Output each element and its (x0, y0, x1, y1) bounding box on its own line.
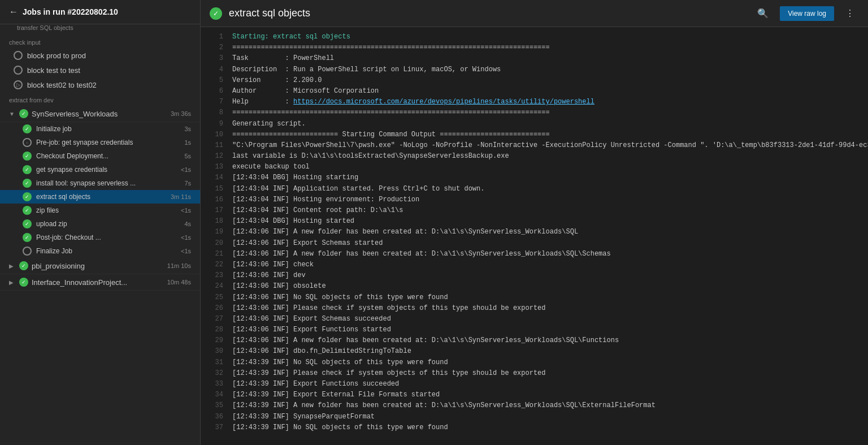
line-text: [12:43:06 INF] dbo.fn_DelimitedStringToT… (232, 346, 411, 357)
log-line: 37[12:43:39 INF] No SQL objects of this … (201, 422, 868, 433)
run-subtitle: transfer SQL objects (0, 24, 200, 34)
log-line: 12last variable is D:\a\1\s\toolsExtract… (201, 151, 868, 162)
step-postjob-checkout[interactable]: ✓ Post-job: Checkout ... <1s (0, 231, 200, 244)
line-number: 7 (201, 97, 223, 107)
line-text: Starting: extract sql objects (232, 32, 350, 42)
step-extract-sql[interactable]: ✓ extract sql objects 3m 11s (0, 190, 200, 204)
job-label: block prod to prod (27, 51, 86, 60)
line-number: 15 (201, 184, 223, 195)
back-button[interactable]: ← (9, 7, 18, 17)
step-checkout[interactable]: ✓ Checkout Deployment... 5s (0, 149, 200, 163)
line-text: last variable is D:\a\1\s\toolsExtracted… (232, 151, 509, 162)
log-line: 13execute backup tool (201, 162, 868, 172)
line-text: Author : Microsoft Corporation (232, 86, 379, 97)
line-text: [12:43:39 INF] SynapseParquetFormat (232, 412, 375, 422)
line-text: [12:43:06 INF] A new folder has been cre… (232, 227, 578, 237)
line-text: [12:43:06 INF] Please check if system ob… (232, 303, 546, 314)
line-number: 1 (201, 32, 223, 42)
status-icon: ✓ (23, 124, 32, 133)
job-block-test02[interactable]: ▷ block test02 to test02 (0, 77, 200, 92)
step-upload-zip[interactable]: ✓ upload zip 4s (0, 217, 200, 231)
more-options-button[interactable]: ⋮ (841, 6, 859, 21)
log-line: 19[12:43:06 INF] A new folder has been c… (201, 227, 868, 237)
log-line: 21[12:43:06 INF] A new folder has been c… (201, 249, 868, 260)
line-number: 20 (201, 238, 223, 249)
stage-interface[interactable]: ▶ ✓ Interface_InnovationProject... 10m 4… (0, 274, 200, 291)
section-check-input: check input (0, 34, 200, 48)
log-line: 36[12:43:39 INF] SynapseParquetFormat (201, 412, 868, 422)
log-content[interactable]: 1Starting: extract sql objects2=========… (201, 27, 868, 445)
step-prejob-credentials[interactable]: ○ Pre-job: get synapse credentials 1s (0, 136, 200, 149)
line-number: 21 (201, 249, 223, 260)
stage-name: pbi_provisioning (32, 262, 164, 270)
log-title: extract sql objects (229, 7, 746, 19)
status-icon: ○ (23, 138, 32, 147)
log-line: 18[12:43:04 DBG] Hosting started (201, 216, 868, 227)
line-text: Version : 2.200.0 (232, 75, 322, 86)
right-panel: ✓ extract sql objects 🔍 View raw log ⋮ 1… (201, 0, 868, 445)
line-text: [12:43:39 INF] Please check if system ob… (232, 368, 546, 379)
status-icon-running: ▷ (14, 80, 23, 89)
stage-pbi[interactable]: ▶ ✓ pbi_provisioning 11m 10s (0, 258, 200, 274)
line-number: 8 (201, 107, 223, 118)
job-block-test[interactable]: block test to test (0, 63, 200, 77)
step-install-tool[interactable]: ✓ install tool: synapse serverless ... 7… (0, 176, 200, 190)
step-label: extract sql objects (36, 193, 149, 201)
line-number: 5 (201, 75, 223, 86)
step-label: Checkout Deployment... (36, 152, 149, 160)
line-number: 10 (201, 129, 223, 140)
expand-icon: ▼ (9, 111, 16, 117)
log-line: 5Version : 2.200.0 (201, 75, 868, 86)
line-number: 13 (201, 162, 223, 172)
job-label: block test02 to test02 (27, 81, 97, 89)
line-text: [12:43:06 INF] A new folder has been cre… (232, 335, 619, 346)
stage-time: 11m 10s (167, 262, 191, 269)
line-text: [12:43:06 INF] A new folder has been cre… (232, 249, 611, 260)
line-number: 19 (201, 227, 223, 237)
status-icon: ✓ (23, 233, 32, 242)
line-number: 25 (201, 292, 223, 303)
step-time: 4s (184, 221, 191, 227)
run-title: Jobs in run #20220802.10 (23, 7, 118, 16)
view-raw-button[interactable]: View raw log (780, 6, 834, 21)
line-text: Description : Run a PowerShell script on… (232, 64, 501, 75)
line-number: 4 (201, 64, 223, 75)
log-line: 8=======================================… (201, 107, 868, 118)
log-line: 22[12:43:06 INF] check (201, 260, 868, 270)
step-get-credentials[interactable]: ✓ get synapse credentials <1s (0, 163, 200, 176)
line-number: 31 (201, 357, 223, 368)
log-link[interactable]: https://docs.microsoft.com/azure/devops/… (293, 98, 594, 106)
step-label: zip files (36, 206, 149, 214)
log-line: 7Help : https://docs.microsoft.com/azure… (201, 97, 868, 107)
line-text: [12:43:06 INF] Export Schemas succeeded (232, 314, 391, 325)
status-icon-success: ✓ (19, 278, 28, 287)
log-line: 6Author : Microsoft Corporation (201, 86, 868, 97)
line-number: 28 (201, 325, 223, 335)
line-text: ========================================… (232, 107, 550, 118)
line-number: 37 (201, 422, 223, 433)
status-icon: ✓ (23, 179, 32, 188)
line-text: [12:43:06 INF] dev (232, 270, 306, 281)
step-finalize[interactable]: Finalize Job <1s (0, 244, 200, 258)
step-zip-files[interactable]: ✓ zip files <1s (0, 204, 200, 217)
status-icon: ✓ (23, 192, 32, 201)
step-initialize[interactable]: ✓ Initialize job 3s (0, 122, 200, 136)
job-block-prod[interactable]: block prod to prod (0, 48, 200, 63)
step-label: Finalize Job (36, 247, 149, 255)
line-text: ========================================… (232, 42, 550, 53)
step-time: 3m 11s (171, 193, 191, 200)
search-button[interactable]: 🔍 (753, 6, 773, 21)
line-text: [12:43:39 INF] No SQL objects of this ty… (232, 357, 448, 368)
status-icon-success: ✓ (19, 109, 28, 118)
line-text: [12:43:06 INF] Export Schemas started (232, 238, 383, 249)
step-time: 7s (184, 180, 191, 187)
line-text: Task : PowerShell (232, 53, 334, 64)
log-line: 11"C:\Program Files\PowerShell\7\pwsh.ex… (201, 140, 868, 151)
step-time: <1s (181, 234, 191, 241)
step-label: Initialize job (36, 125, 149, 133)
log-line: 29[12:43:06 INF] A new folder has been c… (201, 335, 868, 346)
line-number: 24 (201, 281, 223, 292)
stage-syn-serverless[interactable]: ▼ ✓ SynServerless_Workloads 3m 36s (0, 106, 200, 122)
expand-icon: ▶ (9, 279, 16, 286)
step-time: <1s (181, 207, 191, 214)
